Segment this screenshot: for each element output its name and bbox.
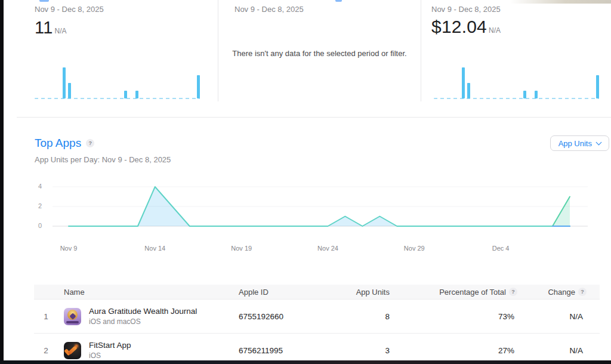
app-name-block: FitStart App iOS [89, 341, 131, 360]
apple-id-value: 6755192660 [239, 300, 283, 333]
app-platforms: iOS and macOS [89, 317, 197, 326]
help-icon[interactable]: ? [578, 288, 587, 296]
app-name[interactable]: Aura Gratitude Wealth Journal [89, 307, 197, 316]
card-1-value: 11N/A [35, 18, 67, 38]
mini-bar [68, 83, 71, 98]
change-value: N/A [569, 334, 583, 364]
card-3-change-suffix: N/A [489, 26, 501, 35]
column-label: Name [64, 288, 85, 297]
row-rank: 1 [40, 300, 52, 333]
percentage-value: 73% [498, 300, 514, 333]
column-header-name[interactable]: Name [64, 285, 85, 299]
row-name-cell: FitStart App iOS [64, 334, 131, 364]
card-divider [421, 0, 421, 101]
card-3-mini-bar-chart [434, 67, 599, 99]
app-units-value: 3 [385, 334, 390, 364]
top-apps-trend-chart: 024Nov 9Nov 14Nov 19Nov 24Nov 29Dec 4 [0, 182, 611, 257]
table-row-aura[interactable]: 1 Aura Gratitude Wealth Journal iOS and … [34, 300, 600, 334]
column-header-apple-id[interactable]: Apple ID [239, 285, 269, 299]
aura-app-icon [64, 308, 81, 325]
table-row-fitstart[interactable]: 2 FitStart App iOS 6756211995 3 27% N/A [34, 334, 600, 364]
card-3-date-range: Nov 9 - Dec 8, 2025 [431, 5, 501, 14]
x-axis-tick-label: Nov 19 [231, 245, 252, 252]
top-apps-table: Name Apple ID App Units Percentage of To… [34, 285, 600, 364]
mini-bar [135, 91, 138, 98]
x-axis-tick-label: Nov 9 [60, 245, 78, 252]
card-1-date-range: Nov 9 - Dec 8, 2025 [35, 5, 104, 14]
trend-chart-svg [0, 182, 611, 257]
metric-selector-button[interactable]: App Units [550, 135, 609, 151]
clipped-card-title-link[interactable] [335, 0, 342, 2]
column-label: Change [548, 288, 575, 297]
column-label: Percentage of Total [439, 288, 506, 297]
x-axis-tick-label: Nov 24 [317, 245, 338, 252]
card-1-mini-bar-chart [35, 67, 200, 99]
mini-bar [63, 67, 66, 98]
mini-chart-dashed-baseline [35, 98, 200, 99]
top-apps-title-row: Top Apps ? [35, 137, 94, 150]
table-header-row: Name Apple ID App Units Percentage of To… [34, 285, 600, 300]
section-divider [17, 117, 611, 118]
help-icon[interactable]: ? [509, 288, 517, 296]
mini-bar [523, 91, 526, 98]
card-3-number: $12.04 [431, 17, 487, 36]
app-units-value: 8 [385, 300, 390, 333]
card-2-date-range: Nov 9 - Dec 8, 2025 [234, 5, 304, 14]
mini-chart-dashed-baseline [434, 98, 599, 99]
mini-bar [596, 75, 599, 98]
mini-bar [124, 91, 127, 98]
app-name-block: Aura Gratitude Wealth Journal iOS and ma… [89, 307, 197, 326]
x-axis-tick-label: Nov 14 [144, 245, 165, 252]
top-apps-subtitle: App Units per Day: Nov 9 - Dec 8, 2025 [35, 155, 171, 164]
card-2-empty-message: There isn't any data for the selected pe… [218, 49, 421, 58]
top-apps-title-link[interactable]: Top Apps [35, 137, 81, 150]
row-rank: 2 [40, 334, 52, 364]
clipped-card-title-link[interactable] [39, 0, 49, 2]
change-value: N/A [569, 300, 583, 333]
card-3-value: $12.04N/A [431, 17, 501, 37]
icon-art [66, 321, 79, 323]
row-name-cell: Aura Gratitude Wealth Journal iOS and ma… [64, 300, 197, 333]
chevron-down-icon [596, 139, 602, 145]
column-header-percentage[interactable]: Percentage of Total? [439, 285, 517, 299]
fitstart-app-icon [64, 342, 81, 359]
column-label: Apple ID [239, 288, 269, 297]
column-label: App Units [356, 288, 390, 297]
column-header-change[interactable]: Change? [548, 285, 587, 299]
mini-bar [197, 75, 200, 98]
mini-bar [535, 91, 538, 98]
apple-id-value: 6756211995 [239, 334, 283, 364]
x-axis-tick-label: Nov 29 [404, 245, 425, 252]
app-platforms: iOS [89, 351, 131, 360]
percentage-value: 27% [498, 334, 514, 364]
x-axis-tick-label: Dec 4 [492, 245, 510, 252]
metric-selector-label: App Units [558, 139, 592, 148]
mini-bar [462, 67, 465, 98]
app-name[interactable]: FitStart App [89, 341, 131, 350]
mini-bar [467, 83, 470, 98]
icon-art [75, 344, 78, 348]
screen-bottom-edge [0, 360, 611, 364]
card-1-change-suffix: N/A [55, 27, 67, 35]
column-header-app-units[interactable]: App Units [356, 285, 390, 299]
desktop-edge-sliver [510, 0, 611, 4]
help-icon[interactable]: ? [86, 139, 94, 147]
card-1-number: 11 [35, 18, 53, 37]
